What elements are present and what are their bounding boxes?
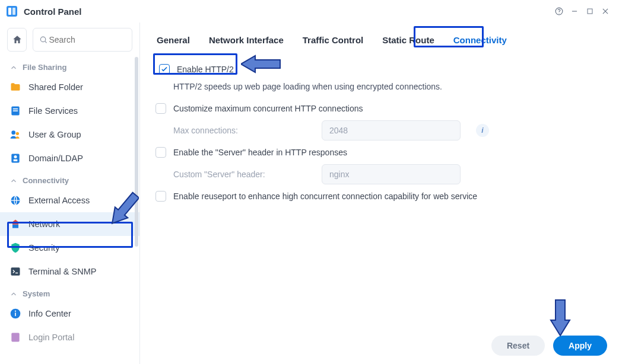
svg-rect-2 bbox=[12, 8, 15, 15]
sidebar-item-label: Security bbox=[28, 243, 59, 253]
network-icon bbox=[9, 218, 21, 230]
sidebar-item-label: External Access bbox=[28, 196, 90, 205]
sidebar-item-label: Domain/LDAP bbox=[28, 154, 83, 163]
svg-rect-0 bbox=[7, 6, 17, 17]
help-button[interactable] bbox=[551, 4, 567, 19]
sidebar-item-info-center[interactable]: Info Center bbox=[0, 302, 139, 325]
domain-icon bbox=[9, 152, 21, 164]
tab-network-interface[interactable]: Network Interface bbox=[208, 31, 285, 49]
chevron-up-icon bbox=[9, 177, 18, 185]
input-custom-server-header bbox=[322, 164, 461, 184]
maximize-button[interactable] bbox=[582, 4, 598, 19]
window-title: Control Panel bbox=[24, 7, 82, 17]
group-connectivity[interactable]: Connectivity bbox=[0, 170, 139, 189]
sidebar-item-label: Terminal & SNMP bbox=[28, 267, 96, 276]
row-max-connections: Max connections: i bbox=[155, 119, 604, 142]
sidebar-item-network[interactable]: Network bbox=[0, 212, 139, 236]
login-portal-icon bbox=[9, 331, 21, 343]
svg-rect-20 bbox=[12, 225, 18, 228]
svg-point-4 bbox=[558, 13, 559, 14]
search-field[interactable] bbox=[33, 28, 132, 52]
svg-point-17 bbox=[14, 155, 17, 158]
search-input[interactable] bbox=[47, 34, 126, 45]
sidebar-item-label: Login Portal bbox=[28, 333, 74, 342]
tab-traffic-control[interactable]: Traffic Control bbox=[301, 31, 365, 49]
minimize-button[interactable] bbox=[567, 4, 582, 19]
sidebar-item-security[interactable]: Security bbox=[0, 236, 139, 260]
label-enable-server-header: Enable the "Server" header in HTTP respo… bbox=[173, 148, 347, 157]
label-customize-max-conn: Customize maximum concurrent HTTP connec… bbox=[173, 104, 363, 113]
row-enable-reuseport: Enable reuseport to enhance high concurr… bbox=[155, 186, 604, 206]
row-enable-server-header: Enable the "Server" header in HTTP respo… bbox=[155, 142, 604, 162]
sidebar-item-label: User & Group bbox=[28, 130, 81, 139]
terminal-icon bbox=[9, 266, 21, 277]
group-label: Connectivity bbox=[23, 176, 69, 185]
file-services-icon bbox=[9, 105, 21, 117]
sidebar-item-label: File Services bbox=[28, 106, 78, 116]
folder-icon bbox=[9, 81, 21, 93]
svg-point-15 bbox=[16, 132, 19, 135]
label-custom-server-header: Custom "Server" header: bbox=[173, 170, 310, 179]
sidebar-item-file-services[interactable]: File Services bbox=[0, 99, 139, 123]
svg-point-24 bbox=[15, 311, 16, 312]
sidebar-item-user-group[interactable]: User & Group bbox=[0, 123, 139, 146]
users-icon bbox=[9, 129, 21, 141]
tab-general[interactable]: General bbox=[155, 31, 191, 49]
sidebar-scrollbar[interactable] bbox=[135, 57, 138, 247]
sidebar-item-label: Network bbox=[28, 219, 60, 229]
info-icon bbox=[9, 308, 21, 320]
row-customize-max-conn: Customize maximum concurrent HTTP connec… bbox=[155, 98, 604, 119]
group-file-sharing[interactable]: File Sharing bbox=[0, 57, 139, 75]
chevron-up-icon bbox=[9, 290, 18, 298]
svg-rect-6 bbox=[588, 9, 592, 14]
checkbox-enable-http2[interactable] bbox=[159, 64, 170, 75]
label-enable-reuseport: Enable reuseport to enhance high concurr… bbox=[173, 191, 477, 201]
svg-point-9 bbox=[40, 37, 45, 41]
group-label: System bbox=[23, 289, 50, 298]
group-label: File Sharing bbox=[23, 63, 66, 72]
label-max-connections: Max connections: bbox=[173, 126, 310, 135]
svg-rect-13 bbox=[13, 110, 18, 111]
checkbox-enable-server-header[interactable] bbox=[155, 147, 166, 158]
search-icon bbox=[39, 35, 47, 44]
close-button[interactable] bbox=[598, 4, 613, 19]
checkbox-customize-max-conn[interactable] bbox=[155, 103, 166, 114]
chevron-up-icon bbox=[9, 63, 18, 72]
sidebar-item-login-portal[interactable]: Login Portal bbox=[0, 325, 139, 349]
sidebar-item-label: Info Center bbox=[28, 309, 71, 318]
sidebar: File Sharing Shared Folder File Services… bbox=[0, 23, 140, 364]
sidebar-item-domain-ldap[interactable]: Domain/LDAP bbox=[0, 146, 139, 170]
sidebar-item-shared-folder[interactable]: Shared Folder bbox=[0, 75, 139, 99]
tab-connectivity[interactable]: Connectivity bbox=[452, 31, 508, 49]
http2-description: HTTP/2 speeds up web page loading when u… bbox=[155, 79, 604, 98]
row-enable-http2: Enable HTTP/2 bbox=[159, 59, 604, 79]
titlebar: Control Panel bbox=[0, 0, 619, 23]
row-custom-server-header: Custom "Server" header: bbox=[155, 162, 604, 186]
sidebar-item-terminal-snmp[interactable]: Terminal & SNMP bbox=[0, 260, 139, 283]
sidebar-item-external-access[interactable]: External Access bbox=[0, 189, 139, 212]
sidebar-item-label: Shared Folder bbox=[28, 82, 83, 92]
label-enable-http2: Enable HTTP/2 bbox=[177, 65, 234, 74]
apply-button[interactable]: Apply bbox=[553, 336, 607, 356]
svg-rect-25 bbox=[11, 333, 19, 342]
shield-icon bbox=[9, 242, 21, 254]
main-panel: General Network Interface Traffic Contro… bbox=[140, 23, 619, 364]
svg-rect-12 bbox=[13, 108, 18, 110]
home-button[interactable] bbox=[7, 28, 27, 52]
external-access-icon bbox=[9, 194, 21, 206]
footer-buttons: Reset Apply bbox=[491, 336, 607, 356]
svg-rect-23 bbox=[15, 312, 16, 316]
tabs: General Network Interface Traffic Contro… bbox=[140, 23, 619, 57]
checkbox-enable-reuseport[interactable] bbox=[155, 191, 166, 202]
group-system[interactable]: System bbox=[0, 283, 139, 302]
reset-button[interactable]: Reset bbox=[491, 336, 545, 356]
svg-rect-1 bbox=[8, 8, 11, 15]
info-icon[interactable]: i bbox=[476, 124, 489, 137]
svg-rect-21 bbox=[11, 267, 20, 275]
svg-line-10 bbox=[45, 41, 47, 43]
input-max-connections bbox=[322, 120, 461, 141]
tab-content-connectivity: Enable HTTP/2 HTTP/2 speeds up web page … bbox=[140, 57, 619, 364]
app-icon bbox=[6, 5, 18, 17]
svg-rect-18 bbox=[14, 159, 18, 161]
tab-static-route[interactable]: Static Route bbox=[381, 31, 436, 49]
